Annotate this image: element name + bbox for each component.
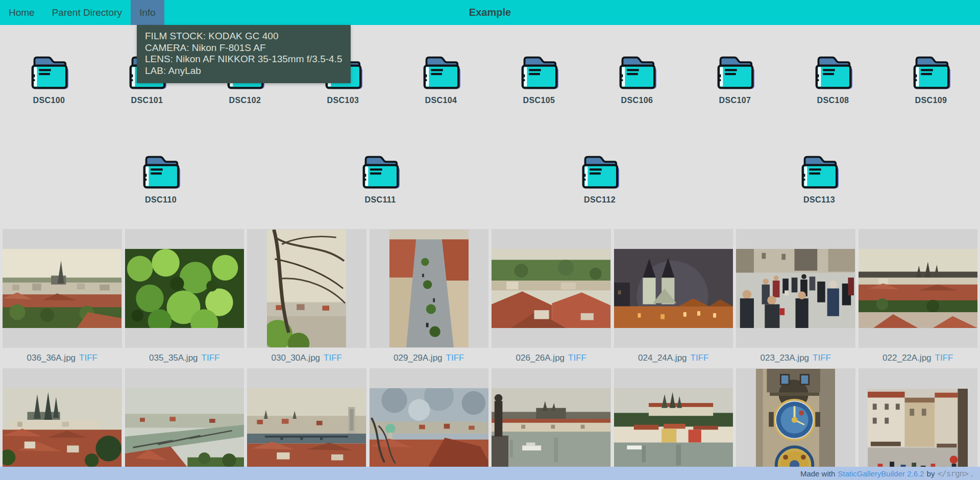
footer-by: by (927, 469, 935, 478)
info-line: FILM STOCK: KODAK GC 400 (145, 31, 342, 42)
photo-caption: 030_30A.jpg TIFF (247, 348, 366, 368)
photo-thumbnail[interactable] (492, 368, 611, 480)
photo-thumbnail[interactable] (370, 368, 489, 480)
photo-filename: 026_26A.jpg (516, 353, 565, 363)
tiff-link[interactable]: TIFF (935, 353, 953, 363)
folder-label: DSC106 (621, 96, 653, 105)
photo-thumbnail[interactable] (736, 368, 855, 480)
folder-DSC112[interactable]: DSC112 (575, 153, 624, 205)
photo-statue-river-castle (492, 388, 610, 467)
photo-city-river-pano (247, 388, 366, 467)
photo-tile (3, 368, 122, 480)
photo-city-hazy-roofs (370, 388, 488, 467)
folder-DSC100[interactable]: DSC100 (24, 53, 74, 105)
folder-icon (811, 53, 855, 91)
photo-thumbnail[interactable] (492, 229, 611, 348)
tiff-link[interactable]: TIFF (79, 353, 97, 363)
folder-label: DSC109 (915, 96, 947, 105)
photo-tile: 036_36A.jpg TIFF (3, 229, 122, 368)
photo-caption: 022_22A.jpg TIFF (859, 348, 978, 368)
photo-thumbnail[interactable] (859, 368, 978, 480)
footer-period: . (971, 469, 973, 478)
folder-DSC109[interactable]: DSC109 (906, 53, 955, 105)
photo-church-night (614, 249, 733, 328)
photo-thumbnail[interactable] (370, 229, 489, 348)
folder-label: DSC105 (523, 96, 555, 105)
folder-label: DSC103 (327, 96, 359, 105)
photo-thumbnail[interactable] (125, 368, 244, 480)
folder-icon (713, 53, 757, 91)
photo-filename: 023_23A.jpg (761, 353, 809, 363)
tiff-link[interactable]: TIFF (324, 353, 342, 363)
tiff-link[interactable]: TIFF (813, 353, 831, 363)
photo-caption: 029_29A.jpg TIFF (370, 348, 489, 368)
photo-castle-panorama (859, 249, 977, 328)
photo-tile (859, 368, 978, 480)
photo-tile: 024_24A.jpg TIFF (614, 229, 733, 368)
photo-river-bridges (125, 388, 244, 467)
folder-icon (909, 53, 953, 91)
photo-thumbnail[interactable] (736, 229, 855, 348)
folder-icon (517, 53, 561, 91)
footer-made-with: Made with (800, 469, 835, 478)
photo-thumbnail[interactable] (614, 368, 733, 480)
navbar: HomeParent DirectoryInfo Example (0, 0, 980, 25)
folder-DSC105[interactable]: DSC105 (514, 53, 564, 105)
tiff-link[interactable]: TIFF (446, 353, 464, 363)
folder-label: DSC111 (364, 195, 396, 205)
info-tooltip: FILM STOCK: KODAK GC 400CAMERA: Nikon F-… (137, 25, 351, 83)
photo-astronomical-clock (756, 369, 835, 480)
folder-DSC104[interactable]: DSC104 (416, 53, 465, 105)
photo-caption: 023_23A.jpg TIFF (736, 348, 855, 368)
folder-DSC106[interactable]: DSC106 (612, 53, 662, 105)
photo-filename: 024_24A.jpg (638, 353, 687, 363)
photo-tile: 022_22A.jpg TIFF (859, 229, 978, 368)
folder-icon (577, 153, 622, 190)
photo-street-aerial (389, 230, 469, 347)
nav-items: HomeParent DirectoryInfo (0, 0, 164, 25)
photo-thumbnail[interactable] (859, 229, 978, 348)
photo-tile: 023_23A.jpg TIFF (736, 229, 855, 368)
folder-label: DSC104 (425, 96, 457, 105)
photo-branches-city (267, 230, 346, 347)
photo-thumbnail[interactable] (125, 229, 244, 348)
tiff-link[interactable]: TIFF (202, 353, 220, 363)
folder-DSC108[interactable]: DSC108 (808, 53, 857, 105)
folder-DSC113[interactable]: DSC113 (795, 153, 844, 205)
folder-label: DSC100 (33, 96, 65, 105)
photo-tile: 026_26A.jpg TIFF (492, 229, 611, 368)
photo-thumbnail[interactable] (614, 229, 733, 348)
photo-thumbnail[interactable] (3, 229, 122, 348)
tiff-link[interactable]: TIFF (691, 353, 709, 363)
folder-label: DSC110 (145, 195, 177, 205)
folder-icon (419, 53, 463, 91)
photo-caption: 024_24A.jpg TIFF (614, 348, 733, 368)
photo-thumbnail[interactable] (3, 368, 122, 480)
photo-thumbnail[interactable] (247, 368, 366, 480)
photo-castle-hill-city (3, 388, 121, 467)
folder-icon (27, 53, 71, 91)
folder-DSC111[interactable]: DSC111 (356, 153, 405, 205)
nav-item-parent-directory[interactable]: Parent Directory (43, 0, 131, 25)
photo-grid: 036_36A.jpg TIFF 035_35A.jpg TIFF 030_30… (0, 229, 980, 480)
folder-DSC110[interactable]: DSC110 (136, 153, 185, 205)
photo-filename: 035_35A.jpg (149, 353, 198, 363)
photo-thumbnail[interactable] (247, 229, 366, 348)
photo-tile (125, 368, 244, 480)
photo-tile (247, 368, 366, 480)
gallery-builder-link[interactable]: StaticGalleryBuilder 2.6.2 (838, 469, 924, 478)
folder-icon (138, 153, 183, 190)
folder-label: DSC101 (131, 96, 163, 105)
folder-label: DSC112 (584, 195, 616, 205)
folder-DSC107[interactable]: DSC107 (710, 53, 760, 105)
nav-item-info[interactable]: Info (131, 0, 164, 25)
footer: Made with StaticGalleryBuilder 2.6.2 by … (0, 467, 980, 480)
folder-label: DSC107 (719, 96, 751, 105)
photo-tile (614, 368, 733, 480)
nav-item-home[interactable]: Home (0, 0, 43, 25)
photo-crowd-square (736, 249, 855, 328)
photo-rooftops-hill (492, 249, 610, 328)
tiff-link[interactable]: TIFF (568, 353, 586, 363)
srgn-logo-link[interactable]: </srgn> (937, 469, 968, 478)
photo-filename: 022_22A.jpg (883, 353, 931, 363)
